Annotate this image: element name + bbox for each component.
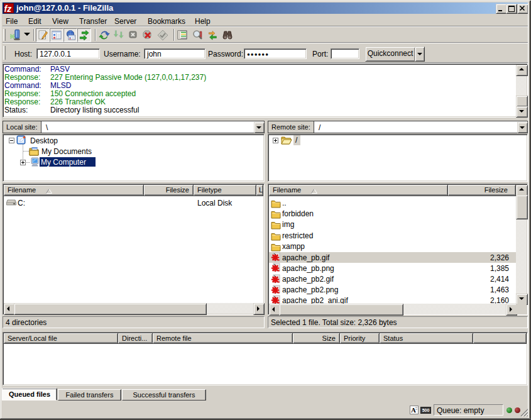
svg-text:A: A: [411, 406, 416, 414]
svg-text:fz: fz: [4, 4, 11, 13]
